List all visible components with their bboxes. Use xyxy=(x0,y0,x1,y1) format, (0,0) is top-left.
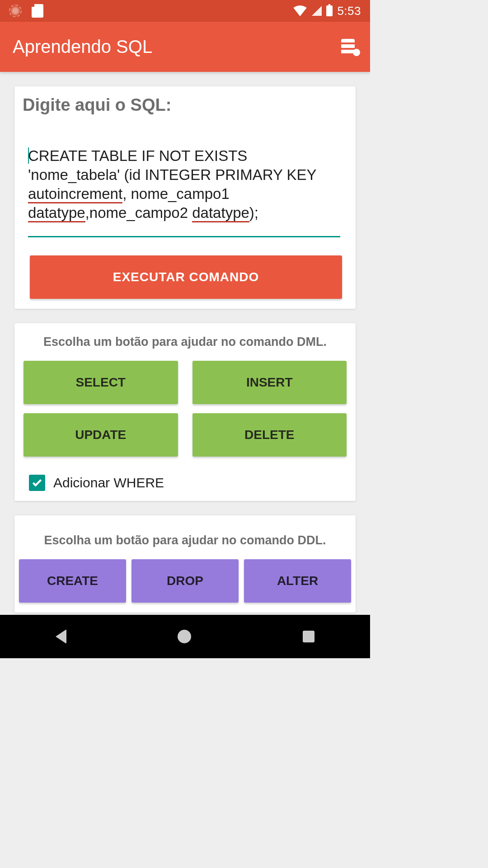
select-button[interactable]: SELECT xyxy=(23,361,178,404)
database-settings-icon[interactable] xyxy=(341,39,357,55)
content: Digite aqui o SQL: CREATE TABLE IF NOT E… xyxy=(0,72,370,613)
status-right: 5:53 xyxy=(293,4,361,18)
recent-apps-icon[interactable] xyxy=(303,631,314,642)
delete-button[interactable]: DELETE xyxy=(192,413,347,457)
dml-button-grid: SELECT INSERT UPDATE DELETE xyxy=(22,361,348,457)
sql-input[interactable]: CREATE TABLE IF NOT EXISTS 'nome_tabela'… xyxy=(28,146,340,237)
app-title: Aprendendo SQL xyxy=(13,37,152,57)
signal-icon xyxy=(312,6,322,16)
ddl-card: Escolha um botão para ajudar no comando … xyxy=(14,515,356,613)
clock: 5:53 xyxy=(337,4,361,18)
sql-editor-card: Digite aqui o SQL: CREATE TABLE IF NOT E… xyxy=(14,86,356,309)
where-checkbox[interactable] xyxy=(29,475,45,491)
sql-text[interactable]: CREATE TABLE IF NOT EXISTS 'nome_tabela'… xyxy=(28,147,316,222)
execute-command-button[interactable]: EXECUTAR COMANDO xyxy=(30,255,342,299)
insert-button[interactable]: INSERT xyxy=(192,361,347,404)
sql-editor-title: Digite aqui o SQL: xyxy=(22,95,348,115)
where-checkbox-label: Adicionar WHERE xyxy=(53,475,164,491)
status-left xyxy=(9,4,43,18)
loading-icon xyxy=(9,5,22,17)
back-icon[interactable] xyxy=(56,629,66,644)
update-button[interactable]: UPDATE xyxy=(23,413,178,457)
app-bar: Aprendendo SQL xyxy=(0,22,370,72)
dml-helper-text: Escolha um botão para ajudar no comando … xyxy=(22,335,348,349)
navigation-bar xyxy=(0,615,370,658)
status-bar: 5:53 xyxy=(0,0,370,22)
ddl-helper-text: Escolha um botão para ajudar no comando … xyxy=(19,533,351,547)
sd-card-icon xyxy=(32,4,43,18)
create-button[interactable]: CREATE xyxy=(19,559,126,603)
battery-charging-icon xyxy=(326,5,333,16)
ddl-button-grid: CREATE DROP ALTER xyxy=(19,559,351,603)
where-checkbox-row[interactable]: Adicionar WHERE xyxy=(22,475,348,491)
wifi-icon xyxy=(293,5,307,17)
drop-button[interactable]: DROP xyxy=(131,559,239,603)
home-icon[interactable] xyxy=(178,630,191,643)
alter-button[interactable]: ALTER xyxy=(244,559,351,603)
dml-card: Escolha um botão para ajudar no comando … xyxy=(14,323,356,501)
